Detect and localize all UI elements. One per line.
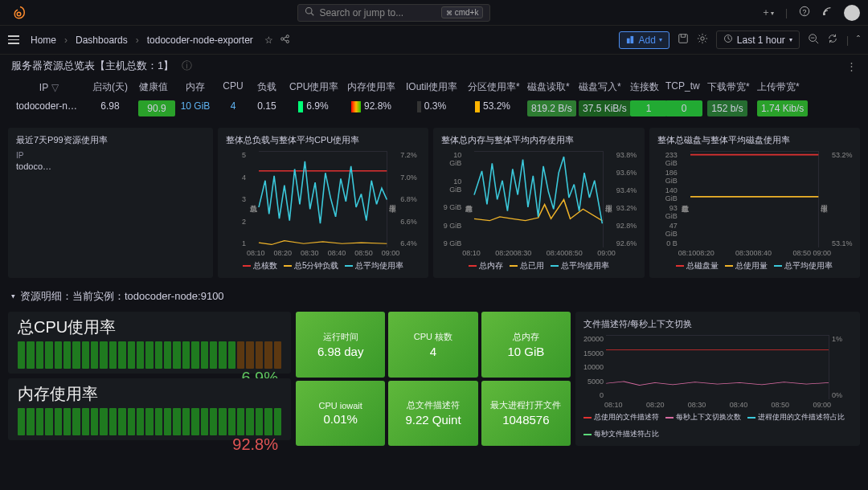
gear-icon[interactable]: [697, 33, 708, 47]
tile: CPU 核数4: [388, 312, 477, 378]
info-icon[interactable]: ⓘ: [182, 59, 192, 73]
overview-table: IP▽ 启动(天) 健康值 内存 CPU 负载 CPU使用率 内存使用率 IOu…: [0, 77, 868, 125]
stat-tiles: 运行时间6.98 day CPU 核数4 总内存10 GiB CPU iowai…: [296, 312, 571, 446]
help-icon[interactable]: ?: [799, 6, 810, 19]
share-icon[interactable]: [280, 34, 290, 47]
filter-icon[interactable]: ▽: [51, 82, 59, 93]
time-range[interactable]: Last 1 hour▾: [716, 31, 800, 49]
crumb-current: todocoder-node-exporter: [147, 35, 253, 46]
panel-p99: 最近7天P99资源使用率 IP todoco…: [8, 128, 213, 278]
chart-plot[interactable]: [690, 151, 819, 247]
chevron-down-icon: ▸: [10, 295, 18, 299]
breadcrumb-bar: Home › Dashboards › todocoder-node-expor…: [0, 26, 868, 55]
tile: 最大进程打开文件1048576: [481, 381, 571, 447]
panel-menu-icon[interactable]: ⋮: [846, 60, 857, 72]
mem-usage-panel: 内存使用率 92.8%: [8, 378, 291, 440]
tile: 总文件描述符9.22 Quint: [388, 381, 477, 447]
search-shortcut: ⌘ cmd+k: [441, 6, 484, 18]
mem-bars: [18, 408, 281, 435]
tile: 总内存10 GiB: [481, 312, 571, 378]
refresh-icon[interactable]: [827, 33, 838, 47]
svg-point-7: [286, 35, 289, 37]
detail-row-header[interactable]: ▸ 资源明细：当前实例：todocoder-node:9100: [0, 281, 868, 312]
divider: |: [846, 35, 849, 46]
add-button[interactable]: Add▾: [619, 31, 669, 49]
tile: 运行时间6.98 day: [296, 312, 385, 378]
save-icon[interactable]: [678, 33, 689, 47]
rss-icon[interactable]: [821, 6, 833, 19]
svg-point-12: [701, 37, 704, 40]
chevron-icon[interactable]: ˆ: [857, 35, 860, 46]
divider: |: [785, 7, 788, 18]
svg-point-8: [286, 40, 289, 43]
svg-rect-9: [627, 39, 630, 43]
chart-plot[interactable]: [259, 151, 387, 247]
tile: CPU iowait0.01%: [296, 381, 385, 447]
overview-section-header: 服务器资源总览表【主机总数：1】 ⓘ ⋮: [0, 55, 868, 77]
avatar[interactable]: [844, 5, 860, 21]
svg-line-15: [816, 41, 819, 44]
panel-mem: 整体总内存与整体平均内存使用率 10 GiB10 GiB9 GiB9 GiB9 …: [433, 128, 644, 278]
panel-cpu-load: 整体总负载与整体平均CPU使用率 54321 总负载 使用率 7.2%7.0%6…: [218, 128, 428, 278]
cpu-usage-panel: 总CPU使用率 6.9%: [8, 312, 291, 374]
fd-panel: 文件描述符/每秒上下文切换 20000150001000050000 1%0% …: [575, 312, 860, 446]
panel-disk: 整体总磁盘与整体平均磁盘使用率 233 GiB186 GiB140 GiB93 …: [649, 128, 860, 278]
svg-rect-11: [679, 35, 688, 43]
svg-text:?: ?: [803, 8, 807, 16]
svg-point-5: [824, 14, 825, 15]
svg-point-0: [17, 12, 21, 16]
table-header-row: IP▽ 启动(天) 健康值 内存 CPU 负载 CPU使用率 内存使用率 IOu…: [11, 77, 857, 97]
grafana-logo-icon[interactable]: [13, 6, 27, 20]
search-placeholder: Search or jump to...: [319, 7, 403, 18]
cpu-bars: [18, 341, 281, 369]
search-icon: [305, 6, 314, 18]
menu-icon[interactable]: [8, 35, 19, 44]
search-input[interactable]: Search or jump to... ⌘ cmd+k: [297, 4, 490, 22]
star-icon[interactable]: ☆: [264, 35, 273, 46]
crumb-dashboards[interactable]: Dashboards: [76, 35, 128, 46]
chart-plot[interactable]: [606, 335, 829, 399]
svg-rect-10: [631, 36, 634, 43]
clock-icon: [723, 34, 733, 46]
svg-line-2: [312, 13, 314, 15]
panel-row: 最近7天P99资源使用率 IP todoco… 整体总负载与整体平均CPU使用率…: [0, 125, 868, 281]
plus-icon[interactable]: ＋▾: [761, 6, 774, 19]
bottom-row: 总CPU使用率 6.9% 内存使用率 92.8% 运行时间6.98 day CP…: [0, 312, 868, 446]
topbar: Search or jump to... ⌘ cmd+k ＋▾ | ?: [0, 0, 868, 26]
crumb-home[interactable]: Home: [31, 35, 56, 46]
overview-title: 服务器资源总览表【主机总数：1】: [11, 59, 174, 73]
svg-point-6: [280, 37, 283, 39]
svg-point-1: [306, 8, 313, 14]
zoomout-icon[interactable]: [808, 33, 819, 47]
table-row[interactable]: todocoder-n… 6.98 90.9 10 GiB 4 0.15 6.9…: [11, 97, 857, 120]
chart-plot[interactable]: [474, 151, 603, 247]
